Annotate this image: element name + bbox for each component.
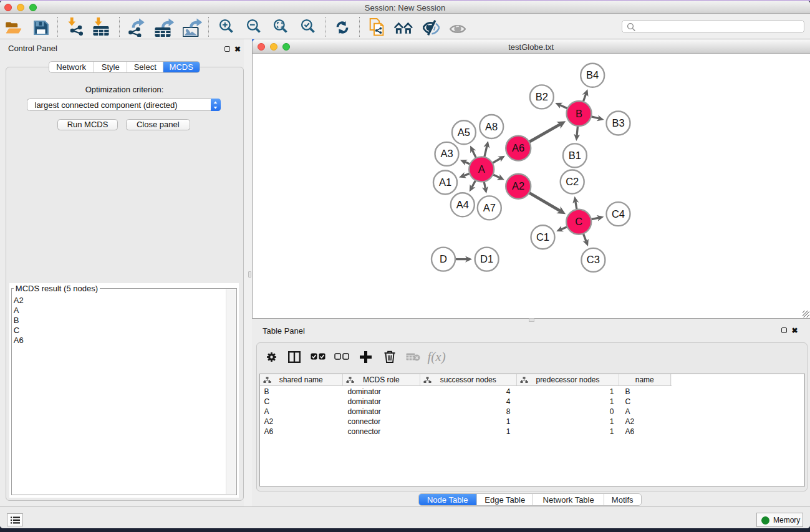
svg-text:C3: C3 — [586, 254, 599, 265]
svg-text:C2: C2 — [566, 176, 579, 187]
svg-text:A6: A6 — [512, 142, 524, 153]
svg-text:A: A — [478, 163, 485, 175]
svg-text:D1: D1 — [480, 253, 493, 264]
svg-text:C4: C4 — [611, 208, 624, 220]
svg-text:B: B — [575, 108, 582, 119]
svg-text:D: D — [440, 253, 447, 264]
svg-text:B1: B1 — [568, 150, 581, 161]
svg-text:A8: A8 — [485, 121, 498, 132]
svg-text:B4: B4 — [586, 69, 599, 80]
svg-text:A3: A3 — [440, 148, 453, 159]
svg-text:C1: C1 — [536, 231, 549, 243]
svg-text:A2: A2 — [512, 180, 524, 191]
svg-text:B3: B3 — [612, 117, 624, 128]
svg-text:A7: A7 — [483, 202, 495, 213]
svg-text:A4: A4 — [456, 199, 468, 210]
svg-text:C: C — [575, 216, 582, 227]
svg-text:B2: B2 — [535, 91, 547, 102]
svg-text:A1: A1 — [438, 177, 451, 188]
svg-text:A5: A5 — [457, 127, 470, 138]
